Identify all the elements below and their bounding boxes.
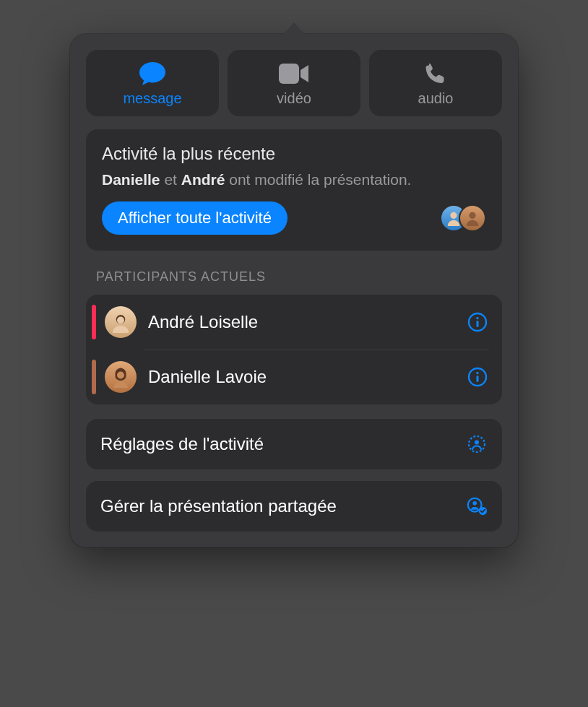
svg-point-6	[476, 317, 478, 319]
svg-point-8	[117, 372, 124, 379]
info-icon[interactable]	[466, 365, 489, 389]
svg-rect-0	[279, 64, 299, 84]
svg-point-10	[476, 372, 478, 374]
activity-card-footer: Afficher toute l'activité	[102, 201, 486, 235]
svg-rect-7	[477, 321, 479, 327]
avatar	[105, 306, 137, 338]
manage-shared-label: Gérer la présentation partagée	[100, 496, 337, 516]
activity-subject-1: Danielle	[102, 171, 160, 188]
action-row: message vidéo audio	[86, 50, 502, 116]
activity-rest: ont modifié la présentation.	[225, 171, 411, 188]
svg-point-15	[472, 501, 477, 506]
presence-color-bar	[92, 360, 96, 394]
activity-settings-button[interactable]: Réglages de l'activité	[86, 419, 502, 469]
participants-heading: PARTICIPANTS ACTUELS	[96, 269, 502, 285]
avatar	[105, 361, 137, 393]
participant-name: Danielle Lavoie	[148, 367, 466, 387]
audio-button[interactable]: audio	[369, 50, 502, 116]
avatar	[459, 204, 486, 232]
audio-icon	[424, 60, 447, 87]
recent-activity-card: Activité la plus récente Danielle et And…	[86, 129, 502, 251]
gear-person-icon	[466, 433, 488, 455]
participant-name: André Loiselle	[148, 312, 466, 332]
manage-shared-button[interactable]: Gérer la présentation partagée	[86, 481, 502, 532]
activity-subject-2: André	[181, 171, 225, 188]
activity-avatar-stack	[440, 204, 486, 232]
message-icon	[138, 60, 167, 87]
participant-row[interactable]: André Loiselle	[86, 295, 502, 350]
recent-activity-title: Activité la plus récente	[102, 144, 486, 164]
svg-point-4	[117, 317, 124, 324]
video-label: vidéo	[277, 90, 311, 107]
audio-label: audio	[418, 90, 454, 107]
svg-point-13	[475, 441, 479, 445]
svg-point-1	[450, 212, 457, 219]
collaboration-icon	[466, 495, 488, 517]
message-label: message	[123, 90, 181, 107]
activity-connector: et	[160, 171, 181, 188]
video-icon	[278, 60, 310, 87]
activity-settings-label: Réglages de l'activité	[100, 434, 264, 454]
message-button[interactable]: message	[86, 50, 219, 116]
presence-color-bar	[92, 305, 96, 339]
participants-list: André Loiselle Danielle Lavoie	[86, 295, 502, 404]
collaboration-popover: message vidéo audio Activité la plus réc…	[70, 34, 518, 547]
recent-activity-text: Danielle et André ont modifié la présent…	[102, 171, 486, 188]
info-icon[interactable]	[466, 311, 489, 334]
participant-row[interactable]: Danielle Lavoie	[86, 350, 502, 404]
popover-caret	[282, 22, 306, 35]
video-button[interactable]: vidéo	[228, 50, 360, 116]
popover-body: message vidéo audio Activité la plus réc…	[70, 34, 518, 547]
svg-point-2	[469, 212, 475, 219]
svg-rect-11	[477, 376, 479, 382]
show-all-activity-button[interactable]: Afficher toute l'activité	[102, 201, 287, 235]
